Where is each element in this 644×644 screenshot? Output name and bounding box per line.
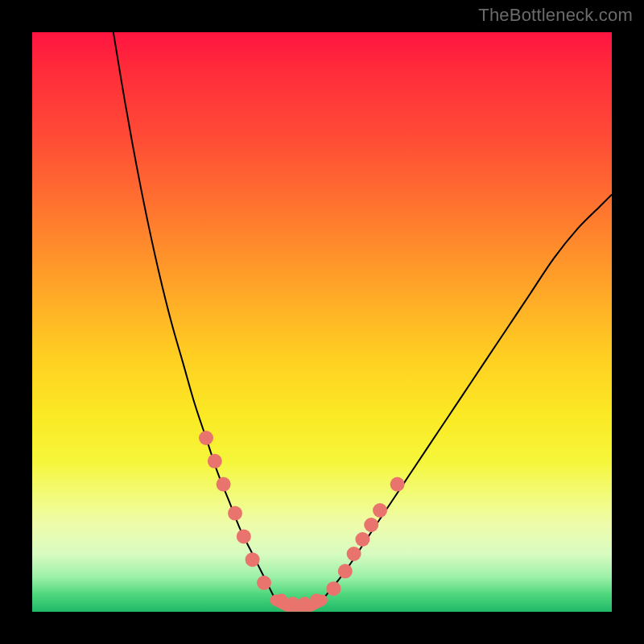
marker-dot: [326, 581, 341, 596]
marker-dot: [237, 529, 251, 543]
plot-area: [32, 32, 612, 612]
marker-dot: [347, 547, 361, 561]
marker-dot: [257, 576, 271, 590]
curve-left-branch: [114, 32, 276, 601]
marker-dot: [246, 552, 260, 567]
chart-svg: [32, 32, 612, 612]
chart-frame: TheBottleneck.com: [0, 0, 644, 644]
marker-cluster-right: [326, 477, 404, 597]
marker-dot: [390, 477, 405, 492]
marker-dot: [355, 532, 369, 547]
marker-dot: [217, 477, 231, 492]
marker-dot: [338, 564, 353, 579]
marker-dot: [364, 518, 378, 532]
watermark-text: TheBottleneck.com: [478, 5, 633, 26]
marker-cluster-left: [199, 431, 271, 590]
marker-dot: [275, 594, 288, 607]
marker-dot: [298, 597, 311, 609]
marker-dot: [228, 506, 242, 521]
marker-dot: [373, 503, 387, 518]
marker-dot: [199, 431, 213, 445]
marker-dot: [287, 597, 299, 609]
marker-dot: [310, 594, 323, 607]
marker-dot: [208, 454, 222, 469]
